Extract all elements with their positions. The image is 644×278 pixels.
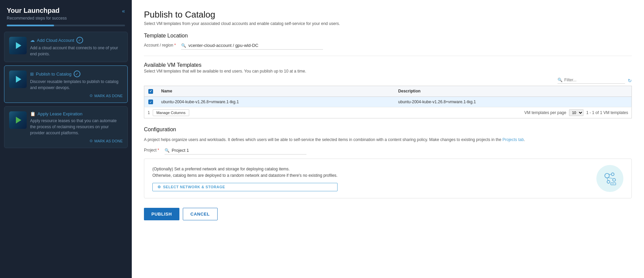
apply-lease-desc: Apply resource leases so that you can au… xyxy=(30,118,123,136)
progress-bar xyxy=(7,25,125,26)
apply-lease-link[interactable]: Apply Lease Expiration xyxy=(38,111,82,116)
sidebar-card-publish-catalog: ⊞ Publish to Catalog ✓ Discover reusable… xyxy=(4,65,128,103)
cancel-button[interactable]: CANCEL xyxy=(183,208,218,220)
project-required-star: * xyxy=(157,148,159,152)
mark-as-done-lease[interactable]: ⊙ MARK AS DONE xyxy=(90,139,123,143)
account-search-icon: 🔍 xyxy=(181,43,186,48)
selected-count: 1 xyxy=(148,110,150,115)
card-text-add-cloud: ☁ Add Cloud Account ✓ Add a cloud accoun… xyxy=(30,37,123,57)
account-region-input[interactable] xyxy=(188,43,323,48)
svg-line-4 xyxy=(609,174,612,175)
network-icon-container xyxy=(596,165,623,192)
svg-line-6 xyxy=(607,178,608,181)
vm-templates-subtitle: Select VM templates that will be availab… xyxy=(144,69,632,74)
sidebar-subtitle: Recommended steps for success xyxy=(7,16,67,21)
project-input-wrapper[interactable]: 🔍 xyxy=(165,148,306,155)
sidebar-card-add-cloud: ☁ Add Cloud Account ✓ Add a cloud accoun… xyxy=(4,32,128,62)
publish-catalog-link[interactable]: Publish to Catalog xyxy=(36,72,72,77)
filter-input-wrapper[interactable]: 🔍 xyxy=(558,78,625,84)
configuration-section: Configuration A project helps organize u… xyxy=(144,127,632,198)
vm-templates-section: Available VM Templates Select VM templat… xyxy=(144,62,632,118)
sidebar-card-apply-lease: 📋 Apply Lease Expiration Apply resource … xyxy=(4,106,128,148)
filter-input[interactable] xyxy=(564,78,625,82)
mark-done-icon: ⊙ xyxy=(90,93,93,98)
network-storage-icon xyxy=(601,170,618,187)
projects-tab-link[interactable]: Projects tab xyxy=(502,137,524,142)
play-icon-lease xyxy=(16,117,21,123)
progress-bar-bg xyxy=(7,25,125,26)
page-title: Publish to Catalog xyxy=(144,9,632,20)
card-text-publish: ⊞ Publish to Catalog ✓ Discover reusable… xyxy=(30,71,123,91)
network-storage-box: (Optionally) Set a preferred network and… xyxy=(144,159,632,198)
per-page-label: VM templates per page xyxy=(524,110,566,115)
card-icon-publish xyxy=(9,71,27,88)
filter-bar: 🔍 ↻ xyxy=(144,78,632,84)
mark-done-lease-icon: ⊙ xyxy=(90,139,93,143)
row-checkbox[interactable]: ✓ xyxy=(148,100,153,104)
svg-point-0 xyxy=(605,173,609,178)
configuration-desc: A project helps organize users and workl… xyxy=(144,137,632,143)
sidebar-card-top: ☁ Add Cloud Account ✓ Add a cloud accoun… xyxy=(9,37,123,57)
pagination-text: 1 - 1 of 1 VM templates xyxy=(586,110,628,115)
row-name: ubuntu-2004-kube-v1.26.8+vmware.1-tkg.1 xyxy=(157,96,394,107)
svg-point-2 xyxy=(613,178,615,181)
check-circle-publish: ✓ xyxy=(74,71,80,77)
table-footer: 1 Manage Columns VM templates per page 1… xyxy=(144,107,632,118)
manage-columns-button[interactable]: Manage Columns xyxy=(153,109,189,116)
sidebar-title: Your Launchpad xyxy=(7,7,67,15)
section-divider-1 xyxy=(144,56,632,56)
project-input[interactable] xyxy=(172,148,306,153)
network-storage-text: (Optionally) Set a preferred network and… xyxy=(152,166,338,179)
table-header-checkbox: ✓ xyxy=(144,86,157,97)
per-page-select[interactable]: 10 25 50 xyxy=(569,109,584,116)
progress-bar-fill xyxy=(7,25,54,26)
card-icon-add-cloud xyxy=(9,37,27,54)
publish-catalog-desc: Discover reusable templates to publish t… xyxy=(30,79,123,91)
collapse-icon[interactable]: « xyxy=(122,8,125,14)
check-circle-add-cloud: ✓ xyxy=(76,37,83,44)
table-row[interactable]: ✓ ubuntu-2004-kube-v1.26.8+vmware.1-tkg.… xyxy=(144,96,632,107)
add-cloud-desc: Add a cloud account that connects to one… xyxy=(30,45,123,57)
template-location-section: Template Location Account / region * 🔍 xyxy=(144,33,632,50)
configuration-title: Configuration xyxy=(144,127,632,133)
vm-templates-title: Available VM Templates xyxy=(144,62,632,68)
filter-search-icon: 🔍 xyxy=(558,78,563,82)
play-icon-publish xyxy=(16,76,21,83)
row-description: ubuntu-2004-kube-v1.26.8+vmware.1-tkg.1 xyxy=(394,96,632,107)
svg-line-5 xyxy=(608,178,613,179)
select-network-storage-button[interactable]: ⚙ SELECT NETWORK & STORAGE xyxy=(152,183,338,191)
select-all-checkbox[interactable]: ✓ xyxy=(148,89,153,94)
svg-point-1 xyxy=(611,173,614,176)
add-cloud-link[interactable]: Add Cloud Account xyxy=(37,38,74,43)
template-location-title: Template Location xyxy=(144,33,632,39)
table-header-name: Name xyxy=(157,86,394,97)
main-content: Publish to Catalog Select VM templates f… xyxy=(132,0,644,278)
card-text-lease: 📋 Apply Lease Expiration Apply resource … xyxy=(30,111,123,136)
publish-button[interactable]: PUBLISH xyxy=(144,208,179,220)
vm-table: ✓ Name Description ✓ ubuntu-2004-kube-v1… xyxy=(144,86,632,107)
table-header-description: Description xyxy=(394,86,632,97)
account-region-label: Account / region * xyxy=(144,43,176,48)
refresh-icon[interactable]: ↻ xyxy=(628,78,632,83)
play-icon xyxy=(16,42,21,49)
catalog-link-icon: ⊞ xyxy=(30,72,34,77)
bottom-actions: PUBLISH CANCEL xyxy=(144,208,632,227)
table-header-row: ✓ Name Description xyxy=(144,86,632,97)
required-star: * xyxy=(174,43,176,48)
mark-as-done-publish[interactable]: ⊙ MARK AS DONE xyxy=(90,93,123,98)
row-checkbox-cell: ✓ xyxy=(144,96,157,107)
project-label: Project * xyxy=(144,148,159,152)
settings-icon: ⚙ xyxy=(157,185,161,189)
sidebar: Your Launchpad Recommended steps for suc… xyxy=(0,0,132,278)
sidebar-card-top-lease: 📋 Apply Lease Expiration Apply resource … xyxy=(9,111,123,136)
card-icon-lease xyxy=(9,111,27,129)
account-region-input-wrapper[interactable]: 🔍 xyxy=(181,43,323,50)
page-subtitle: Select VM templates from your associated… xyxy=(144,21,632,26)
sidebar-header: Your Launchpad Recommended steps for suc… xyxy=(0,0,132,21)
lease-link-icon: 📋 xyxy=(30,111,35,116)
cloud-link-icon: ☁ xyxy=(30,37,35,43)
project-search-icon: 🔍 xyxy=(165,148,170,153)
sidebar-card-top-publish: ⊞ Publish to Catalog ✓ Discover reusable… xyxy=(9,71,123,91)
svg-point-3 xyxy=(607,180,610,183)
